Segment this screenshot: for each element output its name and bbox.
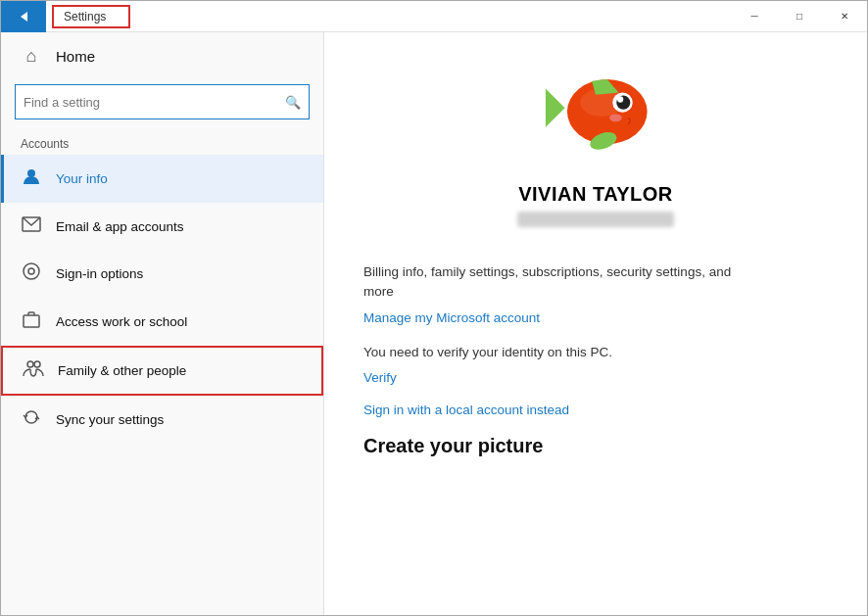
titlebar: Settings ─ □ ✕	[1, 1, 867, 32]
window-title: Settings	[52, 5, 130, 28]
sync-label: Sync your settings	[56, 412, 164, 427]
search-box: 🔍	[15, 84, 310, 119]
access-work-label: Access work or school	[56, 314, 187, 329]
verify-link[interactable]: Verify	[363, 370, 828, 385]
accounts-section-label: Accounts	[1, 131, 323, 155]
profile-section: VIVIAN TAYLOR	[363, 62, 828, 243]
avatar	[542, 62, 650, 169]
settings-window: Settings ─ □ ✕ ⌂ Home 🔍 Accounts	[0, 0, 868, 616]
window-controls: ─ □ ✕	[732, 1, 867, 32]
sidebar-item-email-accounts[interactable]: Email & app accounts	[1, 203, 323, 250]
email-icon	[21, 216, 42, 237]
sidebar-item-home[interactable]: ⌂ Home	[1, 32, 323, 80]
sign-in-label: Sign-in options	[56, 266, 143, 281]
search-input[interactable]	[24, 95, 279, 110]
svg-point-7	[34, 361, 40, 367]
svg-point-6	[27, 361, 33, 367]
minimize-button[interactable]: ─	[732, 1, 777, 32]
sidebar-item-your-info[interactable]: Your info	[1, 155, 323, 203]
work-icon	[21, 309, 42, 334]
billing-info-text: Billing info, family settings, subscript…	[363, 262, 828, 325]
home-icon: ⌂	[21, 46, 42, 67]
create-picture-heading: Create your picture	[363, 435, 828, 457]
sidebar-item-sign-in[interactable]: Sign-in options	[1, 250, 323, 298]
manage-account-link[interactable]: Manage my Microsoft account	[363, 310, 828, 325]
search-icon: 🔍	[285, 95, 301, 110]
maximize-button[interactable]: □	[777, 1, 822, 32]
sign-in-icon	[21, 261, 42, 286]
home-label: Home	[56, 48, 95, 65]
profile-name: VIVIAN TAYLOR	[518, 183, 673, 206]
billing-text: Billing info, family settings, subscript…	[363, 262, 736, 303]
sidebar-item-access-work[interactable]: Access work or school	[1, 298, 323, 346]
back-button[interactable]	[1, 1, 46, 32]
family-label: Family & other people	[58, 363, 186, 378]
main-content: ⌂ Home 🔍 Accounts Your info	[1, 32, 867, 615]
svg-point-3	[24, 263, 39, 279]
sidebar: ⌂ Home 🔍 Accounts Your info	[1, 32, 324, 615]
sidebar-item-sync[interactable]: Sync your settings	[1, 396, 323, 444]
sync-icon	[21, 407, 42, 432]
sidebar-item-family[interactable]: Family & other people	[1, 346, 323, 396]
svg-point-1	[27, 169, 35, 177]
your-info-label: Your info	[56, 171, 108, 186]
sign-in-local-link[interactable]: Sign in with a local account instead	[363, 403, 828, 417]
svg-marker-8	[546, 89, 565, 127]
svg-point-16	[609, 114, 622, 121]
close-button[interactable]: ✕	[822, 1, 867, 32]
your-info-icon	[21, 166, 42, 191]
verify-section: You need to verify your identity on this…	[363, 343, 828, 385]
right-pane: VIVIAN TAYLOR Billing info, family setti…	[324, 32, 867, 615]
svg-marker-0	[21, 12, 27, 22]
family-icon	[23, 359, 44, 382]
verify-text: You need to verify your identity on this…	[363, 343, 736, 362]
svg-rect-5	[24, 315, 39, 327]
svg-point-15	[617, 96, 623, 102]
email-accounts-label: Email & app accounts	[56, 219, 184, 234]
profile-email	[517, 212, 674, 227]
svg-point-4	[28, 268, 34, 274]
